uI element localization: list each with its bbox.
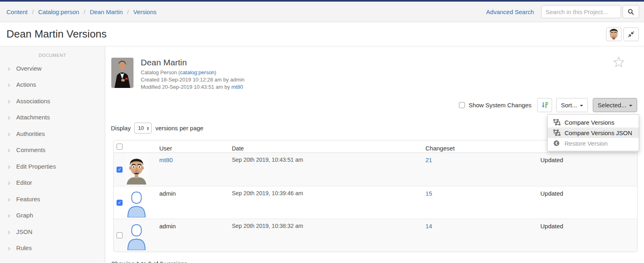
chevron-right-icon: › (8, 163, 10, 170)
per-page-label: versions per page (155, 125, 203, 132)
user-column-header: User (159, 141, 232, 152)
sidebar-item-comments[interactable]: ›Comments (0, 142, 105, 159)
sidebar-item-label: Editor (16, 179, 32, 186)
sidebar-item-authorities[interactable]: ›Authorities (0, 125, 105, 142)
current-user-avatar-button[interactable] (606, 27, 621, 41)
breadcrumb-item-content[interactable]: Content (6, 8, 28, 15)
generic-person-avatar (125, 222, 148, 250)
version-status: Updated (540, 219, 637, 252)
chevron-right-icon: › (8, 81, 10, 88)
breadcrumb-item-versions[interactable]: Versions (133, 8, 157, 15)
content-area: Dean Martin Catalog Person (catalog:pers… (105, 46, 644, 263)
sidebar: DOCUMENT ›Overview ›Actions ›Association… (0, 46, 105, 263)
search-icon (627, 8, 634, 15)
sort-direction-button[interactable] (537, 98, 552, 112)
table-row: admin Sep 20th 2019, 10:39:46 am 15 Upda… (114, 186, 637, 219)
chevron-right-icon: › (8, 195, 10, 203)
sidebar-item-label: Overview (16, 65, 42, 72)
entity-type-link[interactable]: catalog:person (180, 69, 215, 75)
menu-item-restore-version[interactable]: Restore Version (548, 138, 639, 148)
version-status: Updated (540, 153, 637, 186)
chevron-right-icon: › (8, 179, 10, 186)
entity-type-suffix: ) (215, 69, 216, 75)
breadcrumb-separator: / (83, 8, 85, 15)
user-name: admin (159, 223, 176, 230)
sort-dropdown-button[interactable]: Sort... (556, 98, 588, 112)
select-all-checkbox[interactable] (117, 144, 123, 150)
chevron-right-icon: › (8, 130, 10, 138)
compare-versions-icon (553, 119, 561, 125)
row-checkbox[interactable] (117, 167, 123, 173)
entity-modified-user-link[interactable]: mt80 (231, 84, 243, 90)
menu-item-label: Restore Version (565, 140, 608, 147)
row-checkbox[interactable] (117, 200, 123, 206)
sidebar-item-json[interactable]: ›JSON (0, 223, 105, 240)
collapse-panel-button[interactable] (623, 27, 639, 41)
table-row: mt80 Sep 20th 2019, 10:43:51 am 21 Updat… (114, 153, 637, 186)
dean-martin-photo (111, 58, 133, 88)
show-system-changes-checkbox[interactable] (459, 102, 465, 108)
breadcrumb-separator: / (32, 8, 34, 15)
user-name: admin (159, 190, 176, 197)
page-size-control: Display 10 ▲▼ versions per page (111, 123, 203, 134)
page-title: Dean Martin Versions (6, 28, 107, 40)
avatar-column-header (125, 146, 159, 147)
sidebar-item-associations[interactable]: ›Associations (0, 93, 105, 109)
breadcrumb-item-catalog-person[interactable]: Catalog:person (38, 8, 79, 15)
sidebar-item-label: Associations (16, 98, 50, 104)
sidebar-item-editor[interactable]: ›Editor (0, 175, 105, 191)
title-bar: Dean Martin Versions (0, 22, 644, 46)
sidebar-item-overview[interactable]: ›Overview (0, 60, 105, 77)
restore-icon (553, 140, 561, 146)
menu-item-compare-versions[interactable]: Compare Versions (548, 117, 639, 127)
entity-header: Dean Martin Catalog Person (catalog:pers… (111, 58, 244, 91)
chevron-right-icon: › (8, 97, 10, 105)
search-button[interactable] (623, 5, 639, 18)
page-size-select[interactable]: 10 ▲▼ (134, 123, 152, 134)
display-label: Display (111, 125, 131, 132)
table-row: admin Sep 20th 2019, 10:38:32 am 14 Upda… (114, 219, 637, 252)
selected-dropdown-button[interactable]: Selected... (593, 98, 637, 112)
sidebar-item-attachments[interactable]: ›Attachments (0, 109, 105, 126)
chevron-right-icon: › (8, 211, 10, 219)
breadcrumb-item-dean-martin[interactable]: Dean Martin (90, 8, 123, 15)
show-system-changes-label: Show System Changes (469, 102, 531, 109)
compare-versions-icon (553, 129, 561, 136)
changeset-link[interactable]: 14 (425, 223, 432, 230)
changeset-link[interactable]: 21 (425, 157, 432, 163)
page-size-value: 10 (138, 125, 144, 131)
sidebar-item-rules[interactable]: ›Rules (0, 240, 105, 257)
caret-down-icon (629, 105, 632, 106)
sidebar-item-edit-properties[interactable]: ›Edit Properties (0, 158, 105, 175)
chevron-right-icon: › (8, 228, 10, 236)
sidebar-item-label: Actions (16, 81, 36, 88)
favorite-star-icon[interactable] (613, 56, 625, 70)
entity-type-line: Catalog Person (catalog:person) (141, 69, 244, 76)
breadcrumb-separator: / (127, 8, 129, 15)
sidebar-item-label: Rules (16, 244, 31, 251)
show-system-changes-toggle[interactable]: Show System Changes (459, 102, 531, 109)
entity-modified-label: Modified 20-Sep-2019 10:43:51 am by (141, 84, 231, 90)
sidebar-item-features[interactable]: ›Features (0, 191, 105, 207)
menu-item-compare-versions-json[interactable]: Compare Versions JSON (548, 127, 639, 138)
sidebar-item-graph[interactable]: ›Graph (0, 207, 105, 224)
version-status: Updated (540, 186, 637, 219)
chevron-right-icon: › (8, 113, 10, 121)
entity-info: Dean Martin Catalog Person (catalog:pers… (141, 58, 244, 91)
changeset-column-header: Changeset (425, 141, 540, 152)
generic-person-avatar (125, 189, 148, 217)
sidebar-item-label: Graph (16, 212, 33, 219)
version-date: Sep 20th 2019, 10:38:32 am (232, 219, 425, 252)
entity-created-line: Created 18-Sep-2019 10:12:28 am by admin (141, 76, 244, 83)
entity-photo (111, 58, 133, 88)
stepper-arrows-icon: ▲▼ (146, 126, 149, 130)
changeset-link[interactable]: 15 (425, 190, 432, 197)
user-link[interactable]: mt80 (159, 157, 173, 163)
compress-icon (627, 31, 635, 38)
entity-modified-line: Modified 20-Sep-2019 10:43:51 am by mt80 (141, 83, 244, 91)
search-input[interactable] (541, 5, 621, 18)
chevron-right-icon: › (8, 65, 10, 72)
row-checkbox[interactable] (117, 232, 123, 238)
sidebar-item-actions[interactable]: ›Actions (0, 77, 105, 93)
advanced-search-link[interactable]: Advanced Search (486, 8, 534, 15)
